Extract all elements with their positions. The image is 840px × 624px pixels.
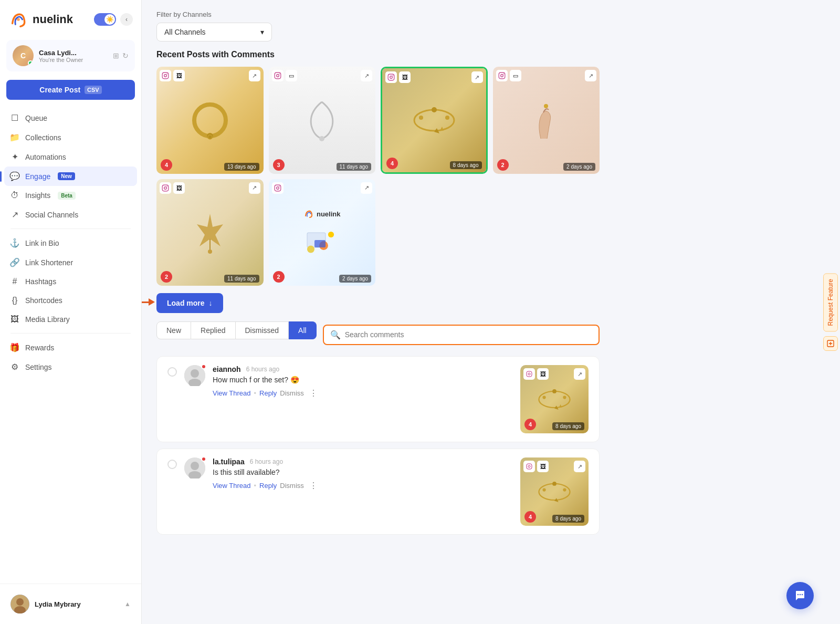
sidebar-item-shortcodes[interactable]: {} Shortcodes [4, 291, 137, 310]
comment-search-input[interactable] [345, 330, 592, 339]
right-post-time-1: 8 days ago [552, 422, 584, 430]
tab-replied[interactable]: Replied [191, 321, 235, 339]
post-thumb-3[interactable]: 🖼 ↗ 4 8 days ago [381, 67, 488, 174]
post-overlay-bottom-5: 2 11 days ago [156, 268, 264, 286]
workspace-role: You're the Owner [39, 57, 108, 63]
sidebar-item-link-in-bio[interactable]: ⚓ Link in Bio [4, 233, 137, 253]
svg-rect-7 [162, 72, 169, 79]
comment-post-thumb-1[interactable]: 🖼 ↗ 4 8 days ago [520, 365, 589, 433]
svg-point-37 [276, 186, 279, 189]
view-thread-link-2[interactable]: View Thread [213, 482, 251, 490]
post-overlay-top-4: ▭ ↗ [496, 70, 597, 81]
svg-point-33 [328, 232, 334, 237]
more-options-2[interactable]: ⋮ [309, 481, 318, 491]
svg-point-56 [528, 465, 530, 467]
comment-header-2: la.tulipaa 6 hours ago [213, 457, 513, 466]
post-time-4: 2 days ago [563, 163, 595, 171]
sidebar-item-hashtags[interactable]: # Hashtags [4, 272, 137, 291]
svg-point-30 [167, 186, 167, 186]
workspace-card[interactable]: C Casa Lydi... You're the Owner ⊞ ↻ [6, 40, 135, 71]
workspace-info: Casa Lydi... You're the Owner [39, 49, 108, 63]
external-link-1[interactable]: ↗ [249, 70, 260, 81]
sidebar-item-settings[interactable]: ⚙ Settings [4, 357, 137, 377]
sidebar-item-insights[interactable]: ⏱ Insights Beta [4, 186, 137, 205]
sidebar-item-media-library[interactable]: 🖼 Media Library [4, 310, 137, 329]
sidebar-item-label-queue: Queue [25, 114, 47, 122]
nav-divider [10, 228, 131, 229]
post-thumb-4[interactable]: ▭ ↗ 2 2 days ago [493, 67, 600, 174]
comment-count-5: 2 [161, 271, 172, 283]
external-link-2[interactable]: ↗ [361, 70, 372, 81]
external-link-6[interactable]: ↗ [361, 182, 372, 194]
comment-card-1: eiannoh 6 hours ago How much f or the se… [156, 356, 600, 442]
comment-time-2: 6 hours ago [250, 458, 283, 465]
post-overlay-bottom-3: 4 8 days ago [382, 154, 486, 172]
insights-icon: ⏱ [9, 191, 20, 200]
workspace-icons: ⊞ ↻ [113, 51, 129, 60]
post-thumb-5[interactable]: 🖼 ↗ 2 11 days ago [156, 179, 264, 286]
svg-point-54 [542, 488, 545, 491]
load-more-button[interactable]: Load more ↓ [156, 293, 223, 313]
svg-point-23 [500, 75, 503, 77]
comment-avatar-1 [184, 365, 205, 386]
more-options-1[interactable]: ⋮ [309, 388, 318, 398]
sidebar-collapse-button[interactable]: ‹ [120, 13, 133, 26]
chat-fab[interactable] [786, 582, 814, 609]
action-sep-2: • [254, 482, 257, 490]
channel-select-value: All Channels [164, 28, 206, 36]
right-post-count-2: 4 [524, 511, 536, 523]
sidebar-item-label-shortcodes: Shortcodes [25, 296, 62, 305]
svg-point-10 [319, 136, 324, 141]
sidebar-item-automations[interactable]: ✦ Automations [4, 147, 137, 167]
view-thread-link-1[interactable]: View Thread [213, 389, 251, 397]
sidebar-item-social-channels[interactable]: ↗ Social Channels [4, 205, 137, 224]
user-profile-row[interactable]: Lydia Mybrary ▲ [6, 590, 135, 618]
theme-toggle[interactable]: ☀️ [94, 13, 116, 26]
tab-all[interactable]: All [289, 321, 317, 339]
comment-selector-2[interactable] [167, 460, 177, 469]
tab-dismissed[interactable]: Dismissed [236, 321, 289, 339]
svg-point-20 [393, 75, 393, 76]
post-thumb-2[interactable]: ▭ ↗ 3 11 days ago [269, 67, 376, 174]
svg-point-2 [16, 598, 24, 606]
arrow-head [149, 298, 155, 306]
right-post-ext-link-2[interactable]: ↗ [574, 461, 585, 472]
comment-post-thumb-2[interactable]: 🖼 ↗ 4 8 days ago [520, 457, 589, 526]
comment-card-2: la.tulipaa 6 hours ago Is this still ava… [156, 449, 600, 535]
dismiss-link-1[interactable]: Dismiss [280, 389, 304, 397]
post-thumb-1[interactable]: 🖼 ↗ 4 13 days ago [156, 67, 264, 174]
sidebar-item-queue[interactable]: ☐ Queue [4, 108, 137, 128]
reply-link-2[interactable]: Reply [259, 482, 277, 490]
external-link-3[interactable]: ↗ [471, 71, 483, 83]
svg-rect-28 [162, 185, 169, 191]
gold-chain-image [189, 99, 231, 141]
sidebar-item-link-shortener[interactable]: 🔗 Link Shortener [4, 253, 137, 272]
external-link-4[interactable]: ↗ [585, 70, 596, 81]
post-thumb-6[interactable]: nuelink [269, 179, 376, 286]
sidebar-item-rewards[interactable]: 🎁 Rewards [4, 338, 137, 357]
request-feature-label[interactable]: Request Feature [823, 273, 838, 331]
sidebar-item-collections[interactable]: 📁 Collections [4, 128, 137, 147]
comment-count-4: 2 [497, 159, 509, 171]
create-post-button[interactable]: Create Post CSV [6, 80, 135, 100]
right-post-social-badge-1: 🖼 [523, 368, 549, 380]
tab-new[interactable]: New [156, 321, 191, 339]
sidebar-item-engage[interactable]: 💬 Engage New [4, 167, 137, 186]
comment-time-1: 6 hours ago [246, 366, 279, 373]
post-overlay-top-right-1: 🖼 ↗ [523, 368, 585, 380]
active-nav-indicator [0, 171, 2, 182]
arrow-line [142, 301, 149, 303]
comment-count-6: 2 [273, 271, 285, 283]
right-post-ext-link-1[interactable]: ↗ [574, 368, 585, 380]
load-more-icon: ↓ [209, 299, 213, 307]
post-time-5: 11 days ago [224, 275, 259, 283]
external-link-5[interactable]: ↗ [249, 182, 260, 194]
channel-select[interactable]: All Channels ▾ [156, 23, 272, 41]
workspace-name: Casa Lydi... [39, 49, 108, 57]
reply-link-1[interactable]: Reply [259, 389, 277, 397]
workspace-avatar: C [13, 45, 34, 66]
svg-rect-22 [499, 72, 505, 79]
comment-selector-1[interactable] [167, 367, 177, 377]
engage-icon: 💬 [9, 171, 20, 181]
dismiss-link-2[interactable]: Dismiss [280, 482, 304, 490]
